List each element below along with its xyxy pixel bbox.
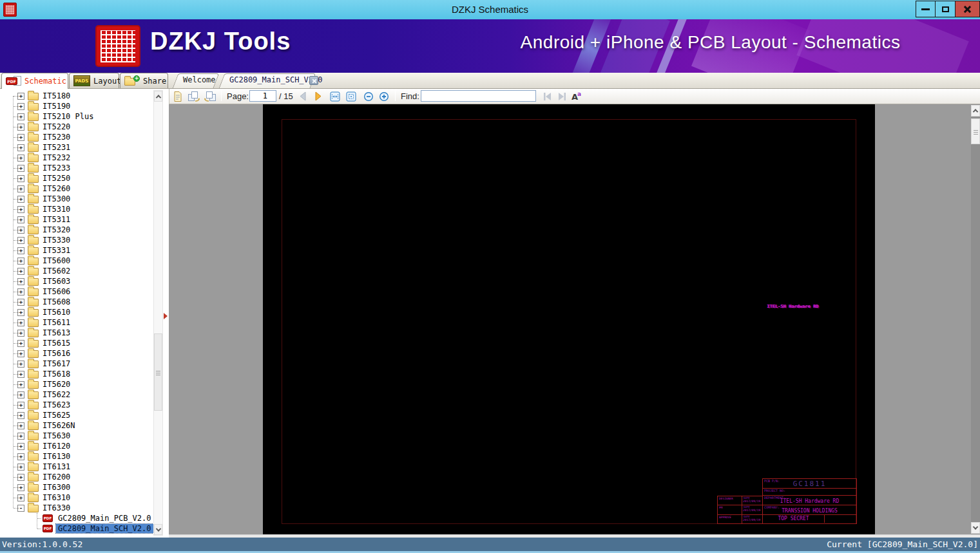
tab-close-icon[interactable] — [309, 76, 318, 85]
expand-toggle-icon[interactable]: + — [17, 288, 24, 295]
expand-toggle-icon[interactable]: + — [17, 278, 24, 285]
fit-page-button[interactable] — [346, 90, 356, 102]
tree-folder-row[interactable]: +IT5210 Plus — [0, 111, 152, 122]
previous-view-button[interactable] — [204, 90, 216, 102]
expand-toggle-icon[interactable]: + — [17, 134, 24, 141]
tree-folder-row[interactable]: +IT5331 — [0, 245, 152, 256]
expand-toggle-icon[interactable]: + — [17, 484, 24, 491]
scroll-up-icon[interactable] — [971, 105, 980, 117]
viewer-scrollbar[interactable] — [971, 104, 980, 534]
expand-toggle-icon[interactable]: + — [17, 319, 24, 326]
collapse-toggle-icon[interactable]: - — [17, 505, 24, 512]
expand-toggle-icon[interactable]: + — [17, 237, 24, 244]
find-next-button[interactable] — [556, 90, 568, 102]
expand-toggle-icon[interactable]: + — [17, 165, 24, 172]
tree-folder-row[interactable]: +IT6120 — [0, 441, 152, 451]
tree-folder-row[interactable]: -IT6330 — [0, 503, 152, 513]
panel-splitter[interactable] — [163, 89, 169, 538]
tree-folder-row[interactable]: +IT5611 — [0, 317, 152, 328]
tree-folder-row[interactable]: +IT6300 — [0, 482, 152, 492]
collapse-arrow-icon[interactable] — [164, 313, 168, 319]
tree-folder-row[interactable]: +IT5230 — [0, 132, 152, 142]
tree-scrollbar[interactable] — [153, 90, 163, 536]
scroll-down-icon[interactable] — [154, 524, 162, 535]
expand-toggle-icon[interactable]: + — [17, 309, 24, 316]
expand-toggle-icon[interactable]: + — [17, 443, 24, 450]
expand-toggle-icon[interactable]: + — [17, 340, 24, 347]
tree-folder-row[interactable]: +IT5231 — [0, 142, 152, 153]
tree-folder-row[interactable]: +IT6310 — [0, 492, 152, 503]
expand-toggle-icon[interactable]: + — [17, 268, 24, 275]
doc-tab-document[interactable]: GC2809_Main_SCH_V2.0 — [222, 73, 313, 88]
expand-toggle-icon[interactable]: + — [17, 103, 24, 110]
tree-folder-row[interactable]: +IT5233 — [0, 163, 152, 173]
expand-toggle-icon[interactable]: + — [17, 433, 24, 440]
tab-schematic[interactable]: PDF Schematic — [1, 73, 68, 89]
expand-toggle-icon[interactable]: + — [17, 175, 24, 182]
tree-folder-row[interactable]: +IT5232 — [0, 153, 152, 163]
fit-width-button[interactable] — [330, 90, 340, 102]
tree-folder-row[interactable]: +IT5310 — [0, 204, 152, 214]
tree-folder-row[interactable]: +IT5618 — [0, 369, 152, 379]
tree-folder-row[interactable]: +IT5300 — [0, 194, 152, 204]
minimize-button[interactable] — [916, 1, 936, 17]
expand-toggle-icon[interactable]: + — [17, 464, 24, 471]
expand-toggle-icon[interactable]: + — [17, 155, 24, 162]
expand-toggle-icon[interactable]: + — [17, 412, 24, 419]
viewer-scrollbar-thumb[interactable] — [971, 118, 980, 144]
tree-doc-row[interactable]: PDFGC2809_Main_PCB_V2.0 — [0, 513, 152, 523]
tree-folder-row[interactable]: +IT5617 — [0, 359, 152, 369]
expand-toggle-icon[interactable]: + — [17, 391, 24, 398]
tree-folder-row[interactable]: +IT5622 — [0, 389, 152, 400]
expand-toggle-icon[interactable]: + — [17, 371, 24, 378]
font-size-button[interactable]: A a — [570, 90, 582, 102]
tree-folder-row[interactable]: +IT5613 — [0, 328, 152, 338]
tree-folder-row[interactable]: +IT6131 — [0, 462, 152, 472]
tab-share[interactable]: Share — [120, 73, 168, 88]
tree-folder-row[interactable]: +IT5311 — [0, 214, 152, 225]
next-view-button[interactable] — [187, 90, 200, 102]
tree-scrollbar-thumb[interactable] — [154, 333, 162, 411]
expand-toggle-icon[interactable]: + — [17, 185, 24, 192]
expand-toggle-icon[interactable]: + — [17, 144, 24, 151]
expand-toggle-icon[interactable]: + — [17, 453, 24, 460]
tree-folder-row[interactable]: +IT5608 — [0, 297, 152, 307]
tree-folder-row[interactable]: +IT5320 — [0, 225, 152, 235]
expand-toggle-icon[interactable]: + — [17, 494, 24, 501]
tree-folder-row[interactable]: +IT5630 — [0, 431, 152, 441]
tree-folder-row[interactable]: +IT5626N — [0, 420, 152, 431]
expand-toggle-icon[interactable]: + — [17, 216, 24, 223]
expand-toggle-icon[interactable]: + — [17, 113, 24, 120]
expand-toggle-icon[interactable]: + — [17, 196, 24, 203]
expand-toggle-icon[interactable]: + — [17, 361, 24, 368]
tree-folder-row[interactable]: +IT5190 — [0, 101, 152, 111]
tab-layout[interactable]: PADS Layout — [69, 73, 119, 88]
next-page-button[interactable] — [314, 90, 323, 102]
tree-folder-row[interactable]: +IT5603 — [0, 276, 152, 286]
zoom-out-button[interactable] — [363, 90, 374, 102]
tree-folder-row[interactable]: +IT6200 — [0, 472, 152, 482]
tree-folder-row[interactable]: +IT5610 — [0, 307, 152, 317]
maximize-button[interactable] — [935, 1, 956, 17]
expand-toggle-icon[interactable]: + — [17, 330, 24, 337]
expand-toggle-icon[interactable]: + — [17, 474, 24, 481]
close-button[interactable] — [955, 1, 980, 17]
find-input[interactable] — [421, 90, 536, 102]
tree-folder-row[interactable]: +IT5623 — [0, 400, 152, 410]
tree-folder-row[interactable]: +IT5616 — [0, 348, 152, 359]
tree-folder-row[interactable]: +IT5602 — [0, 266, 152, 276]
tree-folder-row[interactable]: +IT5220 — [0, 122, 152, 132]
tree-folder-row[interactable]: +IT5625 — [0, 410, 152, 420]
expand-toggle-icon[interactable]: + — [17, 258, 24, 265]
doc-tab-welcome[interactable]: Welcome — [175, 73, 216, 88]
tree-folder-row[interactable]: +IT5180 — [0, 91, 152, 101]
zoom-in-button[interactable] — [379, 90, 389, 102]
scroll-up-icon[interactable] — [154, 91, 162, 102]
snapshot-page-button[interactable] — [173, 90, 183, 102]
tree-folder-row[interactable]: +IT5620 — [0, 379, 152, 389]
tree-folder-row[interactable]: +IT5260 — [0, 183, 152, 194]
expand-toggle-icon[interactable]: + — [17, 422, 24, 429]
scroll-down-icon[interactable] — [971, 522, 980, 534]
tree-folder-row[interactable]: +IT5330 — [0, 235, 152, 245]
tree-folder-row[interactable]: +IT5615 — [0, 338, 152, 348]
